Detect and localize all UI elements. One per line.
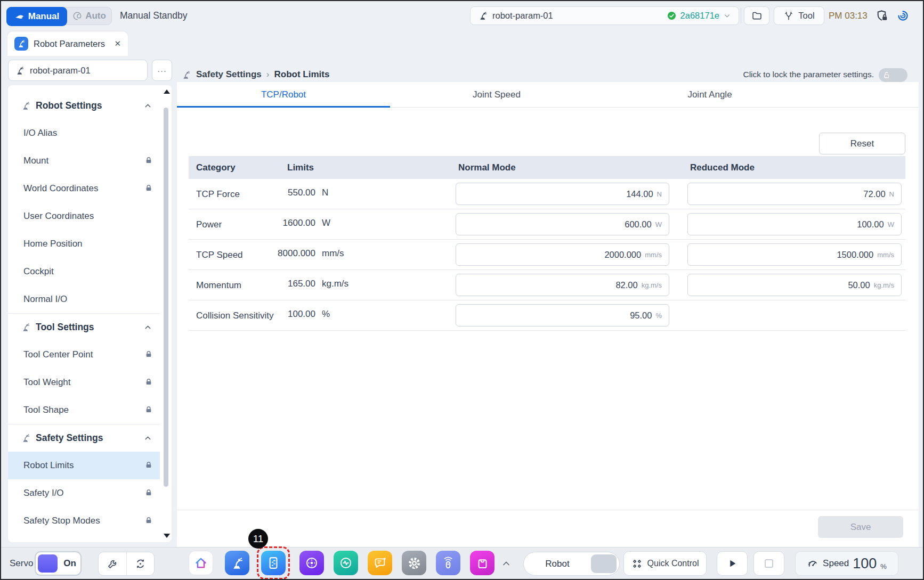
table-row: Collision Sensitivity 100.00% 95.00% xyxy=(189,300,905,331)
tab-tcp-robot[interactable]: TCP/Robot xyxy=(177,82,390,108)
robot-sim-toggle[interactable]: Robot xyxy=(523,552,620,576)
table-row: TCP Speed 8000.000mm/s 2000.000mm/s 1500… xyxy=(189,240,905,270)
sync-button[interactable] xyxy=(896,9,910,22)
manual-mode-button[interactable]: Manual xyxy=(6,7,67,26)
remote-control-icon xyxy=(441,556,456,570)
dock-remote-control-button[interactable] xyxy=(436,551,460,575)
lock-icon xyxy=(144,156,153,165)
breadcrumb-separator: › xyxy=(266,69,270,80)
sidebar-item-home-position[interactable]: Home Position xyxy=(8,230,160,258)
lock-icon xyxy=(144,516,153,525)
reduced-mode-input[interactable]: 100.00W xyxy=(687,213,902,235)
sidebar-item-cockpit[interactable]: Cockpit xyxy=(8,258,160,285)
normal-mode-input[interactable]: 95.00% xyxy=(456,304,669,326)
robot-file-icon xyxy=(15,66,25,76)
dock-home-button[interactable] xyxy=(189,551,213,575)
sidebar-section-safety-settings[interactable]: Safety Settings xyxy=(8,424,160,452)
dock-store-button[interactable] xyxy=(470,551,495,575)
limit-unit: kg.m/s xyxy=(322,279,348,289)
normal-mode-input[interactable]: 2000.000mm/s xyxy=(456,243,669,266)
dock-jog-button[interactable] xyxy=(299,551,324,575)
lock-icon xyxy=(144,460,153,470)
speed-control[interactable]: Speed 100 % xyxy=(795,551,898,576)
log-message-icon xyxy=(373,556,387,570)
stop-button[interactable] xyxy=(753,551,784,576)
open-file-button[interactable] xyxy=(744,6,769,25)
sidebar-item-tool-weight[interactable]: Tool Weight xyxy=(8,369,160,396)
lock-icon xyxy=(144,349,153,359)
sidebar-item-mount[interactable]: Mount xyxy=(8,147,160,175)
maintenance-button[interactable] xyxy=(99,552,126,575)
limit-value: 100.00 xyxy=(189,309,315,320)
program-name: robot-param-01 xyxy=(492,11,553,21)
speed-value: 100 xyxy=(853,556,877,572)
save-button[interactable]: Save xyxy=(818,516,903,538)
re-sync-button[interactable] xyxy=(126,552,154,575)
dock-expand-button[interactable] xyxy=(501,558,512,569)
servo-state: On xyxy=(59,552,80,575)
auto-mode-button[interactable]: Auto xyxy=(67,7,111,24)
scrollbar-thumb[interactable] xyxy=(164,108,168,487)
sidebar-item-user-coordinates[interactable]: User Coordinates xyxy=(8,202,160,230)
tab-joint-speed[interactable]: Joint Speed xyxy=(390,82,603,108)
parameter-file-name-field[interactable]: robot-param-01 xyxy=(8,60,148,81)
robot-controller-window: Auto Manual Manual Standby robot-param-0… xyxy=(0,0,924,580)
scroll-up-icon[interactable] xyxy=(164,89,170,94)
chevron-up-icon[interactable] xyxy=(143,434,152,443)
sidebar-section-robot-settings[interactable]: Robot Settings xyxy=(8,92,160,119)
table-row: Power 1600.00W 600.00W 100.00W xyxy=(189,209,905,240)
unlock-icon xyxy=(882,71,891,79)
table-row: TCP Force 550.00N 144.00N 72.00N xyxy=(189,179,905,209)
operation-mode-toggle[interactable]: Auto Manual xyxy=(6,7,112,25)
reset-button[interactable]: Reset xyxy=(819,133,905,154)
robot-icon xyxy=(21,433,31,443)
sidebar-item-tool-shape[interactable]: Tool Shape xyxy=(8,396,160,424)
quick-control-button[interactable]: Quick Control xyxy=(623,551,707,576)
sidebar-item-io-alias[interactable]: I/O Alias xyxy=(8,119,160,147)
chevron-down-icon xyxy=(723,12,731,20)
robot-icon xyxy=(181,70,191,80)
sidebar-item-world-coordinates[interactable]: World Coordinates xyxy=(8,175,160,202)
tab-robot-parameters[interactable]: Robot Parameters ✕ xyxy=(7,31,128,56)
quick-control-label: Quick Control xyxy=(647,559,699,568)
sidebar-item-safety-io[interactable]: Safety I/O xyxy=(8,479,160,507)
dock-monitoring-button[interactable] xyxy=(334,551,358,575)
close-tab-icon[interactable]: ✕ xyxy=(114,39,121,48)
breadcrumb-section[interactable]: Safety Settings xyxy=(196,69,262,80)
manual-mode-icon xyxy=(14,12,25,22)
dock-program-document-button[interactable] xyxy=(261,551,286,575)
safety-shield-button[interactable] xyxy=(876,9,889,22)
sidebar-item-robot-limits[interactable]: Robot Limits xyxy=(8,452,160,479)
scroll-down-icon[interactable] xyxy=(164,534,170,538)
sidebar-scrollbar[interactable] xyxy=(160,85,172,542)
clock-text: PM 03:13 xyxy=(829,1,868,30)
chevron-up-icon[interactable] xyxy=(143,323,152,332)
sidebar-item-safety-stop-modes[interactable]: Safety Stop Modes xyxy=(8,507,160,535)
normal-mode-input[interactable]: 144.00N xyxy=(456,183,669,205)
sidebar-item-normal-io[interactable]: Normal I/O xyxy=(8,285,160,313)
dock-robot-parameters-button[interactable] xyxy=(225,551,249,575)
chevron-up-icon[interactable] xyxy=(143,101,152,110)
reduced-mode-input[interactable]: 72.00N xyxy=(687,183,902,205)
normal-mode-input[interactable]: 82.00kg.m/s xyxy=(456,274,669,296)
normal-mode-input[interactable]: 600.00W xyxy=(456,213,669,235)
bottom-bar: Servo On 11 xyxy=(1,547,923,580)
stop-icon xyxy=(765,559,773,568)
tool-button[interactable]: Tool xyxy=(774,6,824,25)
tab-joint-angle[interactable]: Joint Angle xyxy=(603,82,816,108)
wrench-icon xyxy=(107,558,119,570)
more-options-button[interactable]: ··· xyxy=(152,60,172,81)
reduced-mode-input[interactable]: 50.00kg.m/s xyxy=(687,274,902,296)
active-program-selector[interactable]: robot-param-01 2a68171e xyxy=(470,6,739,25)
play-button[interactable] xyxy=(717,551,748,576)
breadcrumb: Safety Settings › Robot Limits xyxy=(181,65,329,84)
reduced-mode-input[interactable]: 1500.000mm/s xyxy=(687,243,902,266)
quick-control-icon xyxy=(631,558,643,569)
parameter-lock-toggle[interactable] xyxy=(879,68,907,82)
dock-log-button[interactable] xyxy=(368,551,392,575)
sidebar-item-tool-center-point[interactable]: Tool Center Point xyxy=(8,341,160,369)
annotation-step-badge: 11 xyxy=(248,529,268,549)
dock-settings-button[interactable] xyxy=(402,551,426,575)
servo-toggle[interactable]: On xyxy=(35,551,82,576)
sidebar-section-tool-settings[interactable]: Tool Settings xyxy=(8,313,160,341)
